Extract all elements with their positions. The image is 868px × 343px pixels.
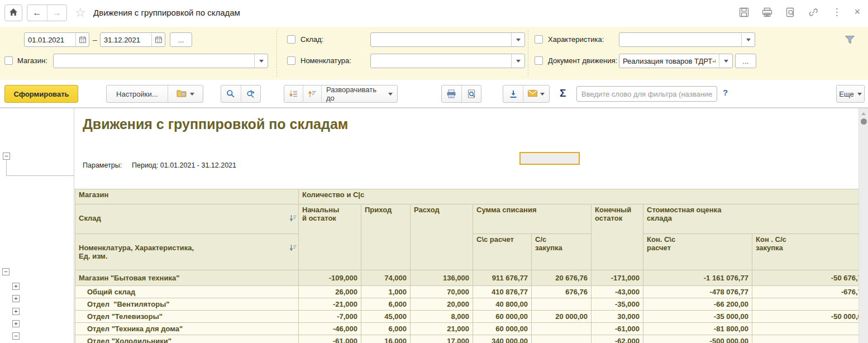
value-cell[interactable]: -35,000: [592, 298, 643, 311]
row-name-cell[interactable]: Общий склад: [75, 286, 299, 298]
chevron-down-icon[interactable]: [511, 33, 524, 46]
sort-icon[interactable]: [289, 206, 297, 223]
close-icon[interactable]: ×: [854, 6, 860, 18]
row-name-cell[interactable]: Отдел "Вентиляторы": [75, 298, 299, 311]
row-name-cell[interactable]: Магазин "Бытовая техника": [75, 270, 299, 286]
table-row[interactable]: Отдел "Холодильники"-61,00016,00017,0003…: [75, 335, 859, 343]
print-report-icon[interactable]: [442, 85, 461, 102]
value-cell[interactable]: 676,76: [532, 286, 592, 298]
header-valuation[interactable]: Стоимостная оценка склада: [643, 204, 859, 234]
more-menu-icon[interactable]: ⋮: [832, 6, 841, 18]
table-row[interactable]: Отдел "Вентиляторы"-21,0006,00020,00040 …: [75, 298, 859, 311]
store-input[interactable]: [54, 54, 254, 68]
collapse-levels-icon[interactable]: [284, 85, 303, 102]
value-cell[interactable]: -81 800,00: [643, 323, 752, 335]
expand-row-toggle[interactable]: +: [12, 283, 20, 290]
value-cell[interactable]: -43,000: [592, 286, 643, 298]
value-cell[interactable]: 45,000: [361, 311, 411, 323]
chevron-down-icon[interactable]: [741, 33, 755, 46]
header-qty-cost[interactable]: Количество и С|с: [299, 189, 859, 204]
value-cell[interactable]: 20 676,76: [532, 270, 592, 286]
value-cell[interactable]: -66 200,00: [643, 298, 752, 311]
table-row[interactable]: Отдел "Техника для дома"-46,0006,00021,0…: [75, 323, 859, 335]
save-report-icon[interactable]: [503, 85, 523, 102]
header-end-cost-calc[interactable]: Кон. С\с расчет: [643, 234, 752, 270]
value-cell[interactable]: 60 000,00: [473, 311, 532, 323]
value-cell[interactable]: -500 000,00: [643, 335, 752, 343]
value-cell[interactable]: 136,000: [411, 270, 473, 286]
filter-funnel-icon[interactable]: [845, 35, 855, 47]
value-cell[interactable]: -676,76: [752, 286, 859, 298]
value-cell[interactable]: 40 800,00: [473, 298, 532, 311]
generate-button[interactable]: Сформировать: [4, 85, 78, 103]
characteristic-checkbox[interactable]: [535, 35, 543, 44]
value-cell[interactable]: 74,000: [361, 270, 411, 286]
expand-levels-icon[interactable]: [303, 85, 321, 102]
value-cell[interactable]: -46,000: [299, 323, 361, 335]
value-cell[interactable]: -109,000: [299, 270, 361, 286]
header-begin-balance[interactable]: Начальны й остаток: [299, 204, 361, 270]
value-cell[interactable]: [532, 335, 592, 343]
value-cell[interactable]: 26,000: [299, 286, 361, 298]
value-cell[interactable]: [532, 298, 592, 311]
value-cell[interactable]: 20,000: [411, 298, 473, 311]
value-cell[interactable]: -50 676,76: [752, 270, 859, 286]
search-icon[interactable]: [221, 85, 241, 102]
value-cell[interactable]: -478 076,77: [643, 286, 752, 298]
value-cell[interactable]: -62,000: [592, 335, 643, 343]
quick-filter-input[interactable]: [576, 86, 717, 102]
row-name-cell[interactable]: Отдел "Телевизоры": [75, 311, 299, 323]
collapse-row-toggle[interactable]: −: [2, 268, 9, 275]
value-cell[interactable]: 70,000: [411, 286, 473, 298]
movement-doc-checkbox[interactable]: [535, 56, 543, 65]
value-cell[interactable]: -50 000,00: [752, 311, 859, 323]
collapse-row-toggle[interactable]: −: [12, 332, 20, 340]
scrollbar-thumb[interactable]: [861, 118, 867, 125]
header-store[interactable]: Магазин: [75, 189, 299, 204]
period-options-button[interactable]: ...: [170, 32, 192, 47]
value-cell[interactable]: [752, 323, 859, 335]
expand-row-toggle[interactable]: +: [12, 295, 20, 302]
print-preview-icon[interactable]: [461, 85, 481, 102]
print-icon[interactable]: [762, 7, 772, 17]
value-cell[interactable]: 1,000: [361, 286, 411, 298]
value-cell[interactable]: -35 000,00: [643, 311, 752, 323]
chevron-down-icon[interactable]: [511, 54, 524, 68]
header-cost-purchase[interactable]: С/с закупка: [532, 234, 592, 270]
sort-icon[interactable]: [289, 236, 297, 253]
help-icon[interactable]: ?: [723, 88, 728, 97]
value-cell[interactable]: 6,000: [361, 298, 411, 311]
back-button[interactable]: ←: [27, 5, 47, 21]
favorite-star-icon[interactable]: ☆: [75, 6, 86, 20]
vertical-scrollbar[interactable]: [859, 108, 868, 343]
expand-to-button[interactable]: Разворачивать до: [321, 85, 397, 102]
report-variants-button[interactable]: [168, 85, 203, 102]
table-row[interactable]: Отдел "Телевизоры"-7,00045,0008,00060 00…: [75, 311, 859, 323]
header-warehouse[interactable]: Склад: [75, 204, 299, 234]
table-row[interactable]: Магазин "Бытовая техника"-109,00074,0001…: [75, 270, 859, 286]
selected-cell[interactable]: [519, 152, 580, 165]
value-cell[interactable]: -61,000: [592, 323, 643, 335]
calendar-icon[interactable]: [75, 33, 89, 46]
chevron-down-icon[interactable]: [254, 54, 268, 68]
header-expense[interactable]: Расход: [411, 204, 473, 270]
period-to-input[interactable]: [101, 33, 151, 46]
forward-button[interactable]: →: [47, 5, 66, 21]
header-income[interactable]: Приход: [361, 204, 411, 270]
outer-group-toggle[interactable]: −: [3, 153, 10, 160]
value-cell[interactable]: [532, 323, 592, 335]
value-cell[interactable]: -7,000: [299, 311, 361, 323]
value-cell[interactable]: 60 000,00: [473, 323, 532, 335]
characteristic-input[interactable]: [619, 33, 741, 46]
header-end-balance[interactable]: Конечный остаток: [592, 204, 643, 270]
value-cell[interactable]: 6,000: [361, 323, 411, 335]
nomenclature-checkbox[interactable]: [287, 56, 295, 65]
nomenclature-input[interactable]: [371, 54, 511, 68]
value-cell[interactable]: 16,000: [361, 335, 411, 343]
row-name-cell[interactable]: Отдел "Холодильники": [75, 335, 299, 343]
settings-button[interactable]: Настройки...: [107, 85, 168, 102]
value-cell[interactable]: [752, 335, 859, 343]
value-cell[interactable]: -1 161 076,77: [643, 270, 752, 286]
value-cell[interactable]: 30,000: [592, 311, 643, 323]
link-icon[interactable]: [808, 7, 819, 17]
